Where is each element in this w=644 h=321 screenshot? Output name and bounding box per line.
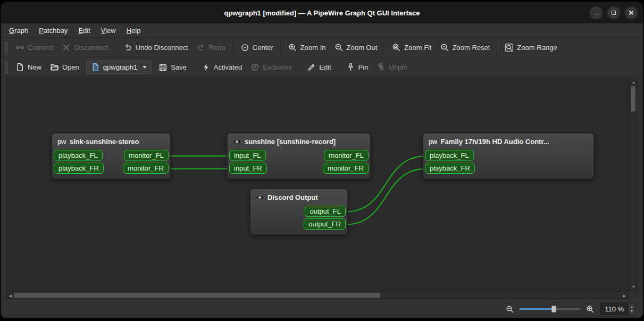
menu-bar: GraphPatchbayEditViewHelp	[1, 23, 643, 38]
bolt-icon	[202, 63, 211, 72]
menu-view[interactable]: View	[96, 25, 121, 36]
port-monitor_FR[interactable]: monitor_FR	[123, 163, 169, 174]
zoom-range-label: Zoom Range	[517, 44, 557, 52]
close-button[interactable]	[625, 6, 638, 19]
menu-edit[interactable]: Edit	[73, 25, 95, 36]
unpin-button[interactable]: Unpin	[372, 60, 411, 74]
activated-button[interactable]: Activated	[197, 60, 246, 74]
center-button[interactable]: Center	[236, 40, 278, 55]
port-monitor_FL[interactable]: monitor_FL	[124, 150, 169, 161]
zoom-slider[interactable]	[520, 305, 581, 314]
port-monitor_FL[interactable]: monitor_FL	[324, 150, 369, 161]
title-bar[interactable]: qpwgraph1 [modified] — A PipeWire Graph …	[1, 2, 643, 23]
maximize-button[interactable]	[607, 6, 620, 19]
unpin-icon	[377, 63, 386, 72]
zoom-fit-button[interactable]: Zoom Fit	[388, 40, 436, 55]
zoom-slider-handle[interactable]	[551, 306, 556, 312]
graph-toolbar: ConnectDisconnectUndo DisconnectRedoCent…	[1, 38, 643, 57]
toolbar-grip[interactable]	[4, 61, 8, 73]
port-playback_FR[interactable]: playback_FR	[425, 163, 475, 174]
zoom-out-icon[interactable]	[506, 305, 514, 314]
open-icon	[50, 63, 59, 72]
zoom-range-button[interactable]: Zoom Range	[500, 40, 561, 55]
node-ports: input_FLmonitor_FLinput_FRmonitor_FR	[228, 149, 370, 179]
save-label: Save	[171, 63, 187, 71]
activated-label: Activated	[214, 63, 242, 71]
connect-button[interactable]: Connect	[11, 40, 57, 55]
port-playback_FL[interactable]: playback_FL	[54, 150, 103, 161]
zoom-in-icon[interactable]	[586, 305, 595, 314]
menu-patchbay[interactable]: Patchbay	[34, 25, 72, 36]
port-playback_FL[interactable]: playback_FL	[425, 150, 474, 161]
vertical-scrollbar[interactable]: ▲ ▼	[629, 78, 637, 291]
horizontal-scrollbar[interactable]: ◀ ▶	[6, 291, 629, 299]
combo-value: qpwgraph1	[103, 63, 137, 71]
zoom-percent[interactable]: 110 %	[600, 303, 628, 315]
node-header[interactable]: Discord Output	[250, 189, 347, 205]
undo-disconnect-label: Undo Disconnect	[136, 44, 188, 52]
node-family-hd-audio[interactable]: pwFamily 17h/19h HD Audio Contr...playba…	[423, 133, 594, 179]
redo-label: Redo	[209, 44, 225, 52]
patchbay-combo[interactable]: qpwgraph1	[86, 61, 152, 74]
pin-label: Pin	[358, 63, 369, 71]
zoom-fit-label: Zoom Fit	[404, 44, 431, 52]
node-header[interactable]: pwFamily 17h/19h HD Audio Contr...	[423, 133, 593, 149]
zoom-spinbox[interactable]: 110 % ▲ ▼	[600, 303, 635, 315]
menu-help[interactable]: Help	[122, 25, 146, 36]
horizontal-scrollbar-thumb[interactable]	[14, 293, 380, 298]
new-button[interactable]: New	[11, 60, 46, 74]
zoom-reset-button[interactable]: Zoom Reset	[436, 40, 495, 55]
node-header[interactable]: pwsink-sunshine-stereo	[52, 133, 170, 149]
pipewire-icon: pw	[429, 139, 437, 145]
scroll-right-icon[interactable]: ▶	[623, 294, 626, 298]
toolbar-separator	[115, 41, 116, 54]
zoom-out-button[interactable]: Zoom Out	[330, 40, 382, 55]
exclusive-label: Exclusive	[263, 63, 292, 71]
spin-up-icon[interactable]: ▲	[630, 306, 633, 309]
zoom-out-label: Zoom Out	[347, 44, 378, 52]
undo-disconnect-button[interactable]: Undo Disconnect	[119, 40, 193, 55]
disconnect-icon	[62, 43, 71, 52]
toolbar-separator	[232, 41, 233, 54]
node-ports: playback_FLmonitor_FLplayback_FRmonitor_…	[52, 149, 170, 179]
exclusive-button[interactable]: Exclusive	[246, 60, 296, 74]
scroll-up-icon[interactable]: ▲	[632, 80, 635, 84]
redo-button[interactable]: Redo	[193, 40, 230, 55]
toolbar-separator	[194, 61, 195, 73]
open-button[interactable]: Open	[46, 60, 83, 74]
zoom-out-icon	[334, 43, 344, 52]
scroll-left-icon[interactable]: ◀	[9, 294, 12, 298]
port-output_FR[interactable]: output_FR	[304, 218, 346, 230]
zoom-in-button[interactable]: Zoom In	[284, 40, 330, 55]
menu-graph[interactable]: Graph	[4, 25, 33, 36]
node-sunshine[interactable]: sunshine [sunshine-record]input_FLmonito…	[227, 133, 371, 179]
spin-down-icon[interactable]: ▼	[630, 309, 633, 312]
pipewire-icon: pw	[57, 139, 66, 145]
pin-button[interactable]: Pin	[342, 60, 373, 74]
toolbar-grip[interactable]	[4, 41, 8, 54]
zoom-slider-fill	[520, 308, 553, 310]
node-discord-output[interactable]: Discord Outputoutput_FLoutput_FR	[250, 189, 348, 235]
toolbar-separator	[280, 41, 281, 54]
maximize-icon	[612, 11, 616, 15]
zoom-reset-label: Zoom Reset	[453, 44, 490, 52]
graph-view: pwsink-sunshine-stereoplayback_FLmonitor…	[1, 77, 643, 300]
disconnect-button[interactable]: Disconnect	[57, 40, 112, 55]
port-input_FL[interactable]: input_FL	[229, 150, 266, 161]
port-playback_FR[interactable]: playback_FR	[54, 163, 104, 174]
scroll-down-icon[interactable]: ▼	[632, 285, 635, 289]
new-icon	[15, 63, 24, 72]
save-button[interactable]: Save	[154, 60, 191, 74]
vertical-scrollbar-thumb[interactable]	[631, 86, 635, 112]
graph-canvas[interactable]: pwsink-sunshine-stereoplayback_FLmonitor…	[6, 78, 629, 291]
port-monitor_FR[interactable]: monitor_FR	[323, 163, 369, 174]
chevron-down-icon	[143, 66, 147, 69]
node-sink-sunshine-stereo[interactable]: pwsink-sunshine-stereoplayback_FLmonitor…	[52, 133, 171, 179]
edit-button[interactable]: Edit	[303, 60, 335, 74]
port-output_FL[interactable]: output_FL	[305, 206, 346, 217]
minimize-button[interactable]	[590, 6, 603, 19]
node-header[interactable]: sunshine [sunshine-record]	[228, 133, 370, 149]
new-label: New	[28, 63, 41, 71]
port-input_FR[interactable]: input_FR	[229, 163, 267, 174]
minimize-icon	[594, 14, 599, 14]
